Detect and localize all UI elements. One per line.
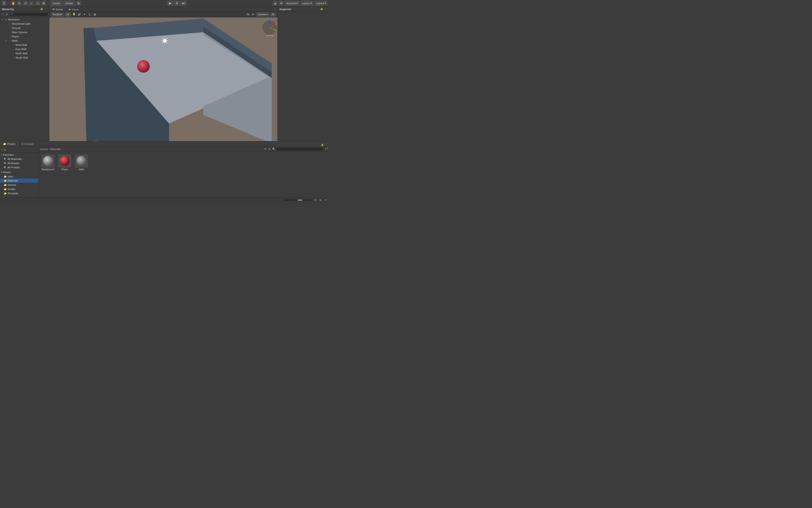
breadcrumb-assets[interactable]: Assets (40, 148, 48, 151)
tab-console[interactable]: ☰ Console (18, 141, 37, 146)
layout-chevron-icon: ▾ (325, 2, 326, 5)
star-filter-icon[interactable]: ★ (268, 147, 271, 151)
all-models-icon: 🔍 (4, 162, 7, 165)
sidebar-materials[interactable]: 📁 Materials (0, 178, 39, 183)
inspector-menu-icon[interactable]: ⋮ (324, 7, 327, 11)
center-btn[interactable]: Center (51, 1, 62, 6)
tab-scene[interactable]: ⊞ Scene (49, 7, 66, 11)
minigame-menu[interactable]: ⋮ (46, 18, 48, 21)
scale-tool-icon[interactable]: ⤢ (29, 1, 34, 6)
scroll-thumb[interactable] (298, 200, 302, 201)
coord-toggle[interactable]: Global (63, 0, 75, 6)
scene-fx-icon[interactable]: ✦ (82, 12, 87, 17)
material-item-player[interactable]: Player (57, 154, 72, 172)
tree-item-south-wall[interactable]: ▸ ○ South Wall (0, 55, 49, 60)
sidebar-packages-header[interactable]: ▸ Packages (0, 196, 39, 198)
main-area: Hierarchy 🔒 ⋮ + ★ ▾ ● MiniGame ⋮ ▸ ○ Di (0, 7, 329, 141)
play-button[interactable]: ▶ (167, 1, 173, 6)
sidebar-scripts[interactable]: 📁 Scripts (0, 187, 39, 191)
material-item-walls[interactable]: Walls (74, 154, 89, 172)
add-project-icon[interactable]: + (1, 149, 3, 152)
scene-camspeed-icon[interactable]: 📷 (246, 12, 250, 17)
hand-tool-icon[interactable]: ✋ (11, 1, 16, 6)
project-search-input[interactable] (276, 147, 323, 151)
svg-text:Z: Z (270, 19, 272, 22)
settings-status-icon[interactable]: ⚙ (324, 199, 327, 202)
tree-item-ground[interactable]: ▸ ○ Ground (0, 26, 49, 30)
layout-dropdown[interactable]: Layout ▾ (315, 1, 328, 6)
scene-count-icon[interactable]: 0 (87, 12, 92, 17)
global-btn[interactable]: Global (63, 1, 75, 6)
hier-star-icon[interactable]: ★ (5, 13, 8, 16)
console-tab-label: Console (25, 142, 34, 145)
pivot-toggle[interactable]: Center (50, 0, 62, 6)
scene-viewport[interactable]: Z X ◄ Persp (49, 17, 277, 141)
sidebar-scenes[interactable]: 📁 Scenes (0, 183, 39, 187)
sidebar-input[interactable]: 📁 Input (0, 174, 39, 178)
game-tab-icon: ▶ (69, 8, 71, 11)
scene-light-icon[interactable]: 💡 (72, 12, 76, 17)
walls-icon: ○ (8, 39, 11, 42)
scene-vis-icon[interactable]: 👁 (251, 12, 255, 17)
account-dropdown[interactable]: Account ▾ (285, 1, 300, 6)
tab-project[interactable]: 📁 Project (0, 141, 18, 146)
refresh-icon[interactable]: 🔍 (272, 147, 275, 151)
directional-light-gizmo (162, 37, 168, 44)
sidebar-template[interactable]: 📁 Template (0, 191, 39, 196)
shading-dropdown[interactable]: Shaded ▾ (51, 12, 64, 17)
layers-dropdown[interactable]: Layers ▾ (301, 1, 314, 6)
move-tool-icon[interactable]: ✛ (17, 1, 22, 6)
rect-tool-icon[interactable]: ▭ (35, 1, 40, 6)
eye-icon[interactable]: 👁 (264, 147, 267, 151)
player-sphere-svg (58, 155, 71, 167)
hierarchy-menu-icon[interactable]: ⋮ (44, 7, 47, 11)
breadcrumb-materials[interactable]: Materials (50, 148, 61, 151)
all-dropdown[interactable]: All (270, 12, 276, 17)
ww-icon: ○ (12, 43, 15, 47)
scene-extra-icon[interactable]: ▤ (93, 12, 97, 17)
scene-audio-icon[interactable]: 🔊 (77, 12, 81, 17)
tree-item-north-wall[interactable]: ▸ ○ North Wall (0, 51, 49, 55)
sidebar-all-prefabs[interactable]: 🔍 All Prefabs (0, 165, 39, 170)
separator-1 (8, 1, 9, 5)
rotate-tool-icon[interactable]: ↺ (23, 1, 28, 6)
sidebar-all-models[interactable]: 🔍 All Models (0, 161, 39, 165)
status-bar: ☰ ⊞ ⚙ (0, 198, 329, 202)
scene-menu-icon[interactable]: ⋮ (273, 8, 276, 11)
tree-item-main-camera[interactable]: ▸ ○ Main Camera (0, 30, 49, 34)
tree-item-player[interactable]: ▸ ○ Player (0, 34, 49, 39)
tree-item-west-wall[interactable]: ▸ ○ West Wall (0, 43, 49, 47)
projection-btn[interactable]: 2D (65, 12, 71, 17)
bottom-menu-icon[interactable]: ⋮ (325, 143, 328, 146)
step-button[interactable]: ⏭ (180, 1, 186, 6)
grid-icon[interactable]: ⊞ (76, 1, 81, 6)
inspector-lock-icon[interactable]: 🔒 (320, 7, 323, 11)
axes-widget[interactable]: Z X ◄ Persp (261, 19, 275, 36)
multi-tool-icon[interactable]: ⊞ (41, 1, 46, 6)
add-hierarchy-icon[interactable]: + (1, 13, 4, 16)
tab-game[interactable]: ▶ Game (66, 7, 82, 11)
cloud-icon[interactable]: ☁ (272, 1, 278, 6)
bottom-lock-icon[interactable]: 🔒 (321, 143, 324, 146)
lock-icon[interactable]: 🔒 (40, 7, 43, 11)
sidebar-favorites-header[interactable]: ▾ Favorites (0, 153, 39, 157)
tree-item-minigame[interactable]: ▾ ● MiniGame ⋮ (0, 17, 49, 22)
gizmos-dropdown[interactable]: Gizmos ▾ (256, 12, 269, 17)
tree-item-walls[interactable]: ▾ ○ Walls (0, 39, 49, 43)
account-chevron-icon: ▾ (297, 2, 298, 5)
grid-status-icon[interactable]: ⊞ (319, 199, 322, 202)
hierarchy-search-input[interactable] (9, 12, 48, 16)
play-controls: ▶ ⏸ ⏭ (167, 1, 186, 6)
tree-item-east-wall[interactable]: ▸ ○ East Wall (0, 47, 49, 51)
project-sidebar: + ★ ▾ Favorites 🔍 All Materials 🔍 All Mo… (0, 146, 39, 198)
player-sphere (137, 60, 149, 73)
pause-button[interactable]: ⏸ (174, 1, 180, 6)
material-item-background[interactable]: Background (41, 154, 55, 172)
tree-item-directional-light[interactable]: ▸ ○ Directional Light (0, 22, 49, 26)
tree-label-west-wall: West Wall (15, 44, 27, 46)
console-icon[interactable]: ☰ (314, 199, 317, 202)
sidebar-all-materials[interactable]: 🔍 All Materials (0, 157, 39, 161)
unity-menu-icon[interactable]: ☰ (1, 1, 7, 6)
sidebar-assets-header[interactable]: ▾ Assets (0, 170, 39, 174)
settings-icon[interactable]: ⚙ (279, 1, 284, 6)
